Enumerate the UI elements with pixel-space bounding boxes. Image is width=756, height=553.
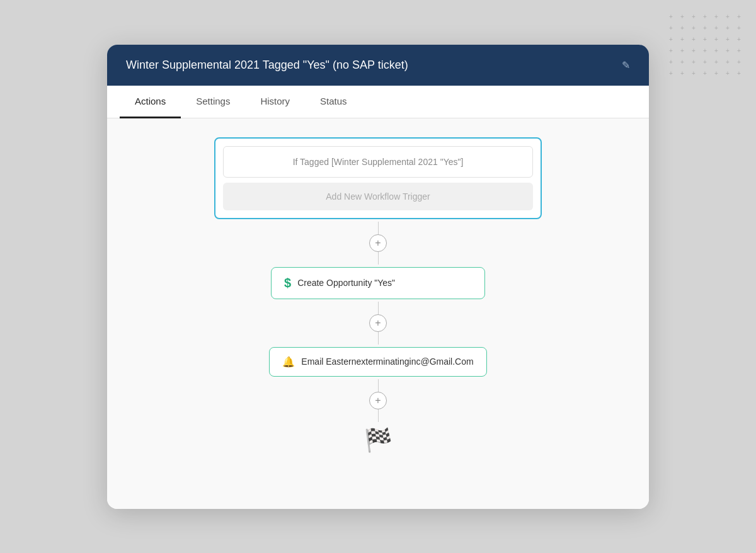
plus-decoration: + — [723, 35, 732, 44]
plus-pattern: ++++++++++++++++++++++++++++++++++++++++… — [667, 13, 743, 78]
plus-decoration: + — [667, 35, 675, 44]
plus-decoration: + — [689, 69, 698, 78]
add-step-button-3[interactable]: + — [369, 392, 387, 409]
plus-decoration: + — [678, 69, 687, 78]
plus-decoration: + — [667, 13, 675, 21]
bell-icon: 🔔 — [282, 356, 295, 368]
plus-decoration: + — [678, 13, 687, 21]
plus-decoration: + — [689, 58, 698, 67]
connector-1: + — [369, 222, 387, 265]
plus-decoration: + — [723, 13, 732, 21]
plus-decoration: + — [712, 35, 721, 44]
plus-decoration: + — [735, 13, 743, 21]
plus-decoration: + — [667, 58, 675, 67]
plus-decoration: + — [701, 35, 709, 44]
connector-line-3 — [378, 379, 379, 392]
plus-decoration: + — [712, 47, 721, 55]
connector-line-2 — [378, 302, 379, 314]
plus-decoration: + — [735, 69, 743, 78]
connector-2: + — [369, 302, 387, 345]
tabs-bar: Actions Settings History Status — [107, 86, 649, 118]
main-card: Winter Supplemental 2021 Tagged "Yes" (n… — [107, 45, 649, 509]
tab-history[interactable]: History — [245, 86, 305, 118]
connector-line-1b — [378, 252, 379, 265]
plus-decoration: + — [667, 69, 675, 78]
plus-decoration: + — [689, 24, 698, 33]
plus-decoration: + — [678, 35, 687, 44]
add-step-button-2[interactable]: + — [369, 314, 387, 332]
outer-wrapper: ++++++++++++++++++++++++++++++++++++++++… — [0, 0, 756, 553]
add-trigger-button[interactable]: Add New Workflow Trigger — [223, 183, 533, 210]
plus-decoration: + — [689, 47, 698, 55]
plus-decoration: + — [712, 69, 721, 78]
plus-decoration: + — [723, 24, 732, 33]
plus-decoration: + — [735, 24, 743, 33]
plus-decoration: + — [678, 47, 687, 55]
plus-decoration: + — [701, 13, 709, 21]
plus-decoration: + — [701, 69, 709, 78]
plus-decoration: + — [678, 24, 687, 33]
add-step-button-1[interactable]: + — [369, 234, 387, 252]
plus-decoration: + — [723, 58, 732, 67]
plus-decoration: + — [735, 47, 743, 55]
plus-decoration: + — [689, 13, 698, 21]
plus-decoration: + — [701, 24, 709, 33]
plus-decoration: + — [735, 35, 743, 44]
card-body: If Tagged [Winter Supplemental 2021 "Yes… — [107, 118, 649, 509]
plus-decoration: + — [712, 24, 721, 33]
action-label-1: Create Opportunity "Yes" — [297, 278, 395, 288]
workflow-title: Winter Supplemental 2021 Tagged "Yes" (n… — [126, 59, 614, 72]
connector-3: + — [369, 379, 387, 422]
action-node-create-opportunity[interactable]: $ Create Opportunity "Yes" — [271, 267, 485, 299]
trigger-block: If Tagged [Winter Supplemental 2021 "Yes… — [214, 137, 542, 219]
dollar-icon: $ — [284, 276, 291, 290]
card-header: Winter Supplemental 2021 Tagged "Yes" (n… — [107, 45, 649, 86]
action-node-email[interactable]: 🔔 Email Easternexterminatinginc@Gmail.Co… — [269, 347, 486, 377]
plus-decoration: + — [712, 58, 721, 67]
plus-decoration: + — [701, 47, 709, 55]
plus-decoration: + — [723, 47, 732, 55]
action-label-2: Email Easternexterminatinginc@Gmail.Com — [301, 356, 473, 367]
plus-decoration: + — [667, 47, 675, 55]
connector-line-3b — [378, 409, 379, 422]
plus-decoration: + — [667, 24, 675, 33]
plus-decoration: + — [735, 58, 743, 67]
trigger-condition[interactable]: If Tagged [Winter Supplemental 2021 "Yes… — [223, 146, 533, 178]
finish-flag: 🏁 — [364, 427, 392, 453]
edit-icon[interactable]: ✎ — [622, 59, 630, 71]
plus-decoration: + — [689, 35, 698, 44]
connector-line-1 — [378, 222, 379, 234]
tab-settings[interactable]: Settings — [181, 86, 245, 118]
connector-line-2b — [378, 332, 379, 345]
plus-decoration: + — [678, 58, 687, 67]
plus-decoration: + — [701, 58, 709, 67]
plus-decoration: + — [723, 69, 732, 78]
plus-decoration: + — [712, 13, 721, 21]
tab-actions[interactable]: Actions — [120, 86, 181, 118]
tab-status[interactable]: Status — [305, 86, 362, 118]
